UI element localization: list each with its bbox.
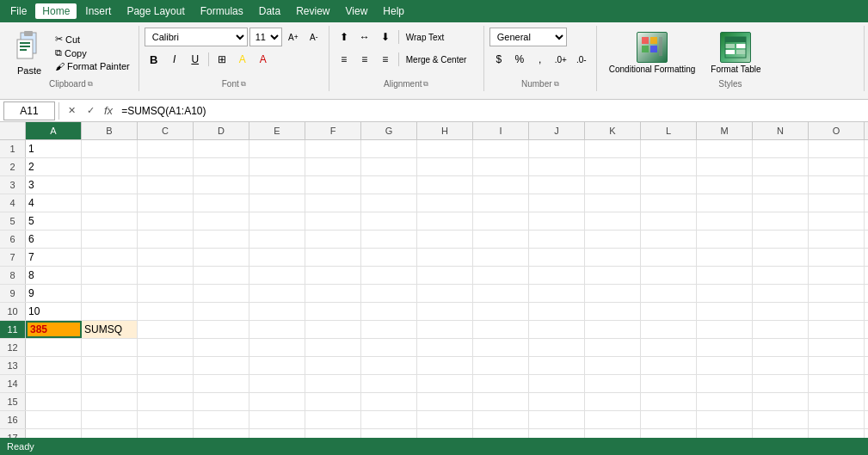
cell-j6[interactable]	[529, 231, 585, 248]
col-header-b[interactable]: B	[82, 122, 138, 139]
cell-f6[interactable]	[305, 231, 361, 248]
cell-b10[interactable]	[82, 303, 138, 320]
cell-k3[interactable]	[585, 176, 641, 194]
cell-e12[interactable]	[249, 339, 305, 356]
cell-o6[interactable]	[809, 231, 865, 248]
bold-button[interactable]: B	[145, 50, 163, 69]
cell-b4[interactable]	[82, 194, 138, 212]
cell-n10[interactable]	[753, 303, 809, 320]
cell-i6[interactable]	[473, 231, 529, 248]
cell-l9[interactable]	[641, 285, 697, 302]
cell-c7[interactable]	[138, 249, 194, 266]
cell-l2[interactable]	[641, 158, 697, 175]
cell-d4[interactable]	[194, 194, 249, 212]
cell-o3[interactable]	[809, 176, 865, 194]
cell-h1[interactable]	[417, 140, 473, 157]
cell-c3[interactable]	[138, 176, 194, 194]
cell-l8[interactable]	[641, 267, 697, 284]
cell-e4[interactable]	[249, 194, 305, 212]
col-header-k[interactable]: K	[585, 122, 641, 139]
cell-g8[interactable]	[361, 267, 417, 284]
cell-f11[interactable]	[305, 321, 361, 338]
cell-o5[interactable]	[809, 212, 865, 230]
cell-n5[interactable]	[753, 212, 809, 230]
cell-h3[interactable]	[417, 176, 473, 194]
cell-a10[interactable]: 10	[26, 303, 82, 320]
cell-a1[interactable]: 1	[26, 140, 82, 157]
cell-d2[interactable]	[194, 158, 249, 175]
cell-e2[interactable]	[249, 158, 305, 175]
cell-h10[interactable]	[417, 303, 473, 320]
cell-e5[interactable]	[249, 212, 305, 230]
row-num-15[interactable]: 15	[0, 393, 26, 410]
confirm-formula-button[interactable]: ✓	[82, 102, 99, 120]
align-top-button[interactable]: ⬆	[335, 28, 354, 46]
col-header-o[interactable]: O	[809, 122, 865, 139]
cell-n2[interactable]	[753, 158, 809, 175]
cell-g2[interactable]	[361, 158, 417, 175]
cell-f8[interactable]	[305, 267, 361, 284]
cell-c11[interactable]	[138, 321, 194, 338]
cell-l1[interactable]	[641, 140, 697, 157]
cell-m11[interactable]	[697, 321, 753, 338]
increase-decimal-button[interactable]: .0+	[551, 50, 570, 69]
cell-f12[interactable]	[305, 339, 361, 356]
cell-j2[interactable]	[529, 158, 585, 175]
cell-g1[interactable]	[361, 140, 417, 157]
cell-i11[interactable]	[473, 321, 529, 338]
underline-button[interactable]: U	[186, 50, 205, 69]
menu-review[interactable]: Review	[289, 3, 336, 19]
cell-reference-box[interactable]	[3, 101, 55, 120]
cell-f10[interactable]	[305, 303, 361, 320]
cell-c1[interactable]	[138, 140, 194, 157]
cell-h9[interactable]	[417, 285, 473, 302]
cell-l12[interactable]	[641, 339, 697, 356]
cell-o11[interactable]	[809, 321, 865, 338]
cell-n1[interactable]	[753, 140, 809, 157]
cell-m1[interactable]	[697, 140, 753, 157]
cell-i5[interactable]	[473, 212, 529, 230]
cell-m10[interactable]	[697, 303, 753, 320]
cell-a9[interactable]: 9	[26, 285, 82, 302]
cell-k7[interactable]	[585, 249, 641, 266]
copy-button[interactable]: ⧉ Copy	[52, 46, 133, 59]
cell-e6[interactable]	[249, 231, 305, 248]
cell-n3[interactable]	[753, 176, 809, 194]
cell-a5[interactable]: 5	[26, 212, 82, 230]
cell-b8[interactable]	[82, 267, 138, 284]
row-num-10[interactable]: 10	[0, 303, 26, 320]
cell-i7[interactable]	[473, 249, 529, 266]
col-header-e[interactable]: E	[249, 122, 305, 139]
cell-c10[interactable]	[138, 303, 194, 320]
cell-b9[interactable]	[82, 285, 138, 302]
decrease-decimal-button[interactable]: .0-	[572, 50, 591, 69]
cell-o9[interactable]	[809, 285, 865, 302]
cell-d10[interactable]	[194, 303, 249, 320]
cell-a12[interactable]	[26, 339, 82, 356]
cell-h6[interactable]	[417, 231, 473, 248]
cell-o7[interactable]	[809, 249, 865, 266]
cell-k8[interactable]	[585, 267, 641, 284]
cell-d6[interactable]	[194, 231, 249, 248]
row-num-7[interactable]: 7	[0, 249, 26, 266]
cell-a7[interactable]: 7	[26, 249, 82, 266]
cell-f1[interactable]	[305, 140, 361, 157]
cell-g5[interactable]	[361, 212, 417, 230]
cell-f7[interactable]	[305, 249, 361, 266]
row-num-14[interactable]: 14	[0, 375, 26, 392]
menu-file[interactable]: File	[3, 3, 34, 19]
cell-c6[interactable]	[138, 231, 194, 248]
cell-d12[interactable]	[194, 339, 249, 356]
cell-f3[interactable]	[305, 176, 361, 194]
clipboard-expand-icon[interactable]: ⧉	[88, 80, 93, 89]
cell-e8[interactable]	[249, 267, 305, 284]
cell-h2[interactable]	[417, 158, 473, 175]
number-expand-icon[interactable]: ⧉	[554, 80, 559, 89]
cell-j8[interactable]	[529, 267, 585, 284]
row-num-3[interactable]: 3	[0, 176, 26, 194]
col-header-d[interactable]: D	[194, 122, 249, 139]
cell-m7[interactable]	[697, 249, 753, 266]
cell-g10[interactable]	[361, 303, 417, 320]
cell-k1[interactable]	[585, 140, 641, 157]
cell-a4[interactable]: 4	[26, 194, 82, 212]
